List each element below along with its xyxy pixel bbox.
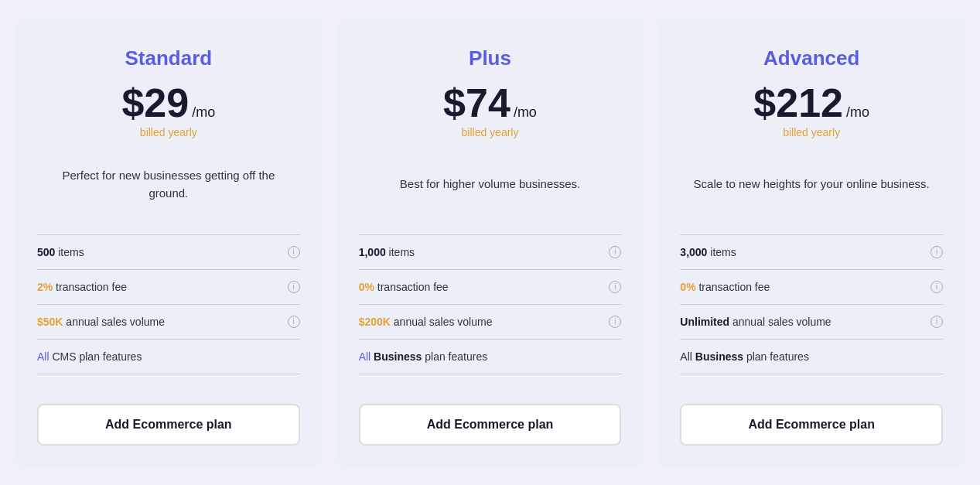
feature-row-plus-1: 0% transaction feei (359, 270, 622, 305)
feature-text-standard-0: 500 items (37, 246, 288, 258)
add-ecommerce-button-advanced[interactable]: Add Ecommerce plan (680, 404, 943, 446)
feature-text-standard-1: 2% transaction fee (37, 281, 288, 293)
plan-billing-plus: billed yearly (359, 126, 622, 138)
feature-row-standard-0: 500 itemsi (37, 235, 300, 270)
plan-billing-standard: billed yearly (37, 126, 300, 138)
info-icon-plus-1[interactable]: i (609, 281, 621, 293)
plan-name-plus: Plus (359, 46, 622, 70)
feature-text-standard-3: All CMS plan features (37, 350, 300, 363)
feature-text-advanced-3: All Business plan features (680, 350, 943, 363)
plan-card-standard: Standard$29/mobilled yearlyPerfect for n… (15, 19, 322, 467)
info-icon-advanced-2[interactable]: i (930, 316, 943, 328)
feature-text-standard-2: $50K annual sales volume (37, 316, 288, 328)
plan-price-row-plus: $74/mo (359, 83, 622, 123)
feature-row-advanced-1: 0% transaction feei (680, 270, 943, 305)
plan-price-plus: $74 (443, 83, 510, 123)
plan-price-period-plus: /mo (514, 104, 537, 121)
plan-name-standard: Standard (37, 46, 300, 70)
feature-text-plus-1: 0% transaction fee (359, 281, 610, 293)
feature-row-advanced-2: Unlimited annual sales volumei (680, 305, 943, 340)
info-icon-advanced-0[interactable]: i (930, 246, 943, 258)
info-icon-standard-0[interactable]: i (288, 246, 300, 258)
plan-price-row-standard: $29/mo (37, 83, 300, 123)
plan-features-advanced: 3,000 itemsi0% transaction feeiUnlimited… (680, 234, 943, 385)
plan-price-advanced: $212 (753, 83, 843, 123)
feature-text-plus-3: All Business plan features (359, 350, 622, 363)
plan-features-plus: 1,000 itemsi0% transaction feei$200K ann… (359, 234, 622, 385)
feature-text-plus-2: $200K annual sales volume (359, 316, 610, 328)
feature-row-standard-3: All CMS plan features (37, 340, 300, 374)
feature-row-plus-2: $200K annual sales volumei (359, 305, 622, 340)
plan-features-standard: 500 itemsi2% transaction feei$50K annual… (37, 234, 300, 385)
info-icon-plus-0[interactable]: i (609, 246, 621, 258)
plan-card-advanced: Advanced$212/mobilled yearlyScale to new… (658, 19, 965, 467)
feature-text-advanced-0: 3,000 items (680, 246, 930, 258)
plan-description-plus: Best for higher volume businesses. (359, 154, 622, 216)
add-ecommerce-button-plus[interactable]: Add Ecommerce plan (359, 404, 622, 446)
plan-price-period-standard: /mo (192, 104, 215, 121)
feature-text-plus-0: 1,000 items (359, 246, 610, 258)
feature-row-advanced-3: All Business plan features (680, 340, 943, 374)
feature-row-standard-1: 2% transaction feei (37, 270, 300, 305)
add-ecommerce-button-standard[interactable]: Add Ecommerce plan (37, 404, 300, 446)
feature-row-plus-0: 1,000 itemsi (359, 235, 622, 270)
feature-row-plus-3: All Business plan features (359, 340, 622, 374)
info-icon-standard-2[interactable]: i (288, 316, 300, 328)
feature-text-advanced-1: 0% transaction fee (680, 281, 930, 293)
plan-billing-advanced: billed yearly (680, 126, 943, 138)
plan-card-plus: Plus$74/mobilled yearlyBest for higher v… (337, 19, 644, 467)
plan-price-period-advanced: /mo (846, 104, 869, 121)
feature-row-standard-2: $50K annual sales volumei (37, 305, 300, 340)
plans-container: Standard$29/mobilled yearlyPerfect for n… (15, 19, 965, 467)
plan-description-standard: Perfect for new businesses getting off t… (37, 154, 300, 216)
plan-description-advanced: Scale to new heights for your online bus… (680, 154, 943, 216)
info-icon-advanced-1[interactable]: i (930, 281, 943, 293)
feature-row-advanced-0: 3,000 itemsi (680, 235, 943, 270)
plan-price-row-advanced: $212/mo (680, 83, 943, 123)
feature-text-advanced-2: Unlimited annual sales volume (680, 316, 930, 328)
plan-price-standard: $29 (121, 83, 189, 123)
info-icon-plus-2[interactable]: i (609, 316, 621, 328)
info-icon-standard-1[interactable]: i (288, 281, 300, 293)
plan-name-advanced: Advanced (680, 46, 943, 70)
